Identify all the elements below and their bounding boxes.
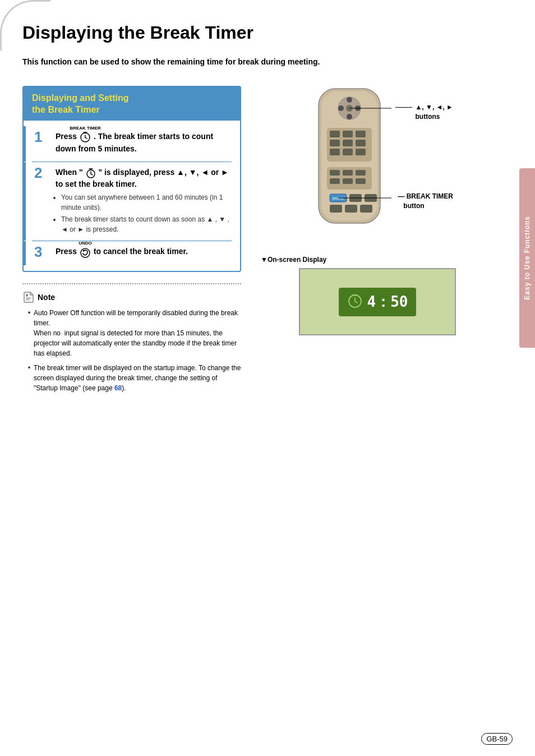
step-1: 1 Press BREAK TIMER: [24, 126, 240, 162]
svg-rect-25: [330, 178, 340, 184]
remote-section: ▲, ▼, ◄, ►buttons: [296, 86, 453, 233]
svg-rect-34: [360, 205, 372, 213]
step-3-number: 3: [34, 245, 51, 259]
break-timer-button-label: — BREAK TIMER button: [398, 192, 453, 211]
svg-rect-20: [356, 149, 366, 155]
remote-control-svg: BREAK: [302, 86, 397, 232]
right-sidebar-tab: Easy to Use Functions: [519, 168, 535, 348]
undo-button-icon: UNDO: [79, 246, 91, 258]
onscreen-section: ▼On-screen Display 4：50: [261, 256, 494, 335]
svg-rect-24: [356, 170, 366, 176]
right-column: ▲, ▼, ◄, ►buttons: [258, 86, 491, 335]
step-2: 2 When " " is displayed, press: [24, 162, 240, 241]
svg-rect-13: [343, 131, 353, 137]
section-header: Displaying and Setting the Break Timer: [24, 87, 240, 121]
step-2-sub-list: You can set anywhere between 1 and 60 mi…: [61, 192, 232, 234]
step-2-number: 2: [34, 165, 51, 180]
step-3-content: Press UNDO to cancel the break: [56, 246, 232, 260]
svg-rect-22: [330, 170, 340, 176]
step-1-number: 1: [34, 130, 51, 144]
step-2-text: When " " is displayed, press ▲, ▼, ◄ or …: [56, 167, 232, 190]
left-column: Displaying and Setting the Break Timer 1…: [22, 86, 241, 398]
onscreen-display: 4：50: [299, 268, 456, 335]
page-ref[interactable]: 68: [114, 384, 122, 392]
svg-text:BREAK: BREAK: [333, 197, 344, 200]
svg-rect-15: [330, 140, 340, 146]
note-section: Note Auto Power Off function will be tem…: [22, 283, 241, 393]
svg-point-6: [347, 97, 352, 103]
svg-rect-32: [330, 205, 342, 213]
svg-point-8: [347, 114, 352, 119]
main-content: Displaying the Break Timer This function…: [0, 0, 519, 414]
step-3: 3 Press UNDO: [24, 241, 240, 265]
arrow-buttons-label: ▲, ▼, ◄, ►buttons: [415, 103, 453, 122]
note-content: Auto Power Off function will be temporar…: [22, 308, 241, 393]
svg-rect-19: [343, 149, 353, 155]
timer-display: 4：50: [339, 288, 417, 316]
step-2-sub-2: The break timer starts to count down as …: [61, 214, 232, 234]
note-header: Note: [22, 291, 241, 303]
sidebar-tab-label: Easy to Use Functions: [523, 216, 531, 300]
svg-rect-18: [330, 149, 340, 155]
break-timer-label: BREAK TIMER: [70, 125, 101, 132]
steps-area: 1 Press BREAK TIMER: [24, 121, 240, 271]
svg-rect-23: [343, 170, 353, 176]
step-1-text: Press BREAK TIMER: [56, 131, 232, 155]
note-title: Note: [38, 293, 55, 302]
break-timer-button-icon: BREAK TIMER: [79, 131, 91, 143]
undo-label: UNDO: [79, 240, 92, 247]
procedure-box: Displaying and Setting the Break Timer 1…: [22, 86, 241, 272]
timer-clock-icon: [347, 293, 363, 311]
section-header-text: Displaying and Setting the Break Timer: [32, 93, 232, 116]
step-3-text: Press UNDO to cancel the break: [56, 246, 232, 258]
svg-rect-27: [356, 178, 366, 184]
note-bullet-2: The break timer will be displayed on the…: [28, 363, 241, 393]
note-icon: [22, 291, 35, 303]
intro-text: This function can be used to show the re…: [22, 57, 491, 66]
svg-rect-14: [356, 131, 366, 137]
two-column-layout: Displaying and Setting the Break Timer 1…: [22, 86, 491, 398]
step-2-content: When " " is displayed, press ▲, ▼, ◄ or …: [56, 167, 232, 236]
svg-point-9: [338, 105, 344, 111]
svg-rect-33: [345, 205, 357, 213]
note-bullet-1: Auto Power Off function will be temporar…: [28, 308, 241, 358]
svg-rect-26: [343, 178, 353, 184]
svg-rect-12: [330, 131, 340, 137]
timer-value: 4：50: [367, 292, 408, 312]
step-2-sub-1: You can set anywhere between 1 and 60 mi…: [61, 192, 232, 213]
svg-rect-17: [356, 140, 366, 146]
page-number: GB-59: [481, 733, 513, 745]
onscreen-label: ▼On-screen Display: [261, 256, 494, 264]
page-title: Displaying the Break Timer: [22, 22, 491, 43]
step-1-content: Press BREAK TIMER: [56, 131, 232, 157]
svg-rect-16: [343, 140, 353, 146]
